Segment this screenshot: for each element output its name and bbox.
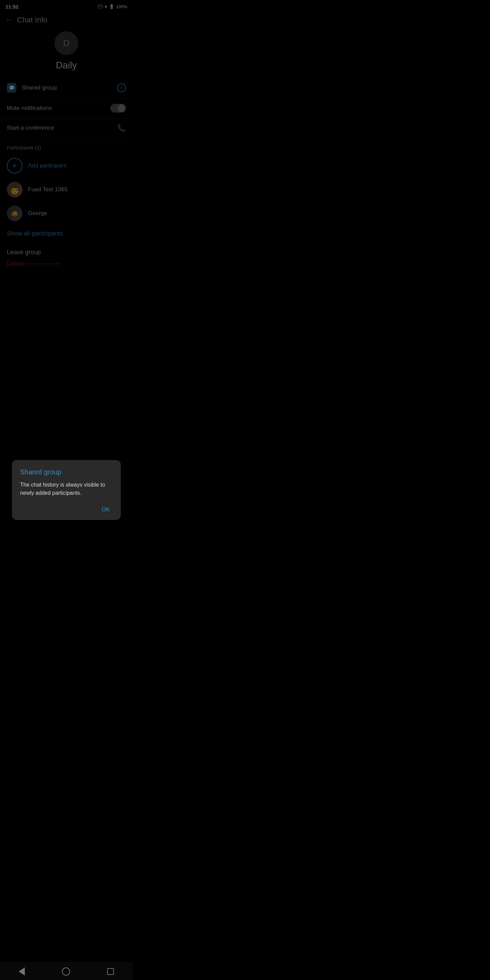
dialog-overlay: Shared group The chat history is always … [0,0,133,289]
